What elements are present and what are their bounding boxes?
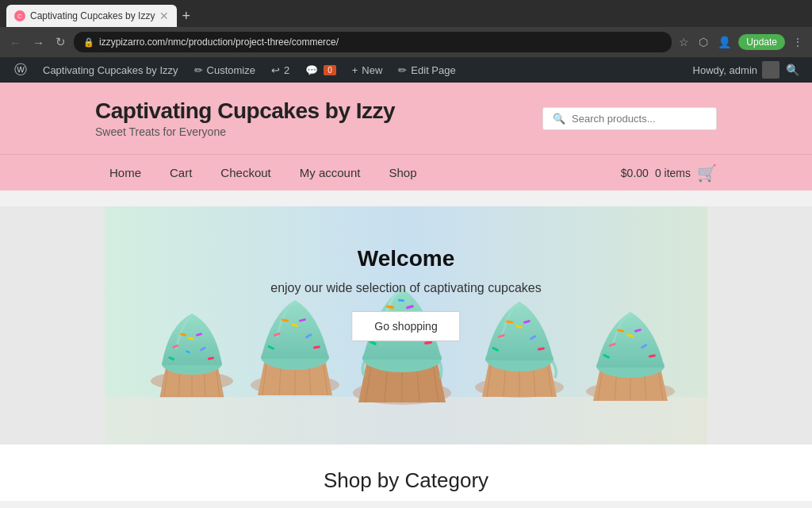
nav-inner: Home Cart Checkout My account Shop $0.00… [95, 155, 717, 190]
lock-icon: 🔒 [83, 37, 94, 48]
search-input[interactable] [572, 113, 707, 125]
cart-amount: $0.00 [621, 167, 649, 179]
nav-link-cart[interactable]: Cart [155, 155, 206, 190]
site-title[interactable]: Captivating Cupcakes by Izzy [95, 98, 395, 124]
tab-title: Captivating Cupcakes by Izzy [30, 10, 155, 21]
hero-subtitle: enjoy our wide selection of captivating … [270, 281, 542, 295]
address-input[interactable]: 🔒 izzypizarro.com/nmc/production/project… [74, 32, 672, 52]
wp-admin-right: Howdy, admin 🔍 [693, 61, 806, 79]
active-tab[interactable]: C Captivating Cupcakes by Izzy ✕ [6, 5, 177, 27]
tab-bar: C Captivating Cupcakes by Izzy ✕ + [0, 0, 812, 27]
site-tagline: Sweet Treats for Everyone [95, 125, 395, 138]
site-branding: Captivating Cupcakes by Izzy Sweet Treat… [95, 98, 395, 138]
go-shopping-button[interactable]: Go shopping [351, 311, 460, 341]
howdy-label: Howdy, admin [693, 64, 757, 76]
browser-actions: ☆ ⬡ 👤 Update ⋮ [676, 33, 806, 51]
wp-avatar [762, 61, 779, 79]
profile-button[interactable]: 👤 [715, 33, 733, 51]
update-button[interactable]: Update [738, 34, 785, 50]
customize-icon: ✏ [194, 64, 203, 76]
cart-icon[interactable]: 🛒 [697, 164, 717, 183]
nav-item-cart[interactable]: Cart [155, 155, 206, 190]
wp-edit-page-item[interactable]: ✏ Edit Page [390, 57, 463, 83]
new-tab-button[interactable]: + [182, 8, 190, 25]
nav-link-home[interactable]: Home [95, 155, 155, 190]
nav-item-myaccount[interactable]: My account [285, 155, 375, 190]
header-inner: Captivating Cupcakes by Izzy Sweet Treat… [95, 98, 717, 138]
nav-menu: Home Cart Checkout My account Shop [95, 155, 431, 190]
wp-site-name: Captivating Cupcakes by Izzy [43, 64, 178, 76]
edit-icon: ✏ [398, 64, 407, 76]
comments-count: 0 [324, 65, 336, 75]
cart-items-count: 0 items [655, 167, 691, 179]
nav-link-myaccount[interactable]: My account [285, 155, 375, 190]
site-nav: Home Cart Checkout My account Shop $0.00… [0, 154, 812, 190]
wp-comments-item[interactable]: 💬 0 [297, 57, 344, 83]
new-label: New [362, 64, 382, 76]
tab-close-button[interactable]: ✕ [159, 10, 169, 21]
forward-button[interactable]: → [29, 34, 48, 51]
customize-label: Customize [207, 64, 255, 76]
wp-site-name-item[interactable]: Captivating Cupcakes by Izzy [35, 57, 186, 83]
extensions-button[interactable]: ⬡ [696, 33, 710, 51]
reload-button[interactable]: ↻ [52, 33, 69, 51]
nav-item-shop[interactable]: Shop [374, 155, 431, 190]
cart-area[interactable]: $0.00 0 items 🛒 [621, 164, 717, 183]
wp-revisions-item[interactable]: ↩ 2 [263, 57, 297, 83]
menu-button[interactable]: ⋮ [790, 33, 806, 51]
revisions-icon: ↩ [271, 64, 280, 76]
wp-customize-item[interactable]: ✏ Customize [186, 57, 263, 83]
nav-item-home[interactable]: Home [95, 155, 155, 190]
bookmark-button[interactable]: ☆ [676, 33, 691, 51]
tab-favicon: C [14, 10, 25, 21]
wp-howdy[interactable]: Howdy, admin [693, 61, 779, 79]
site-header: Captivating Cupcakes by Izzy Sweet Treat… [0, 83, 812, 154]
nav-link-shop[interactable]: Shop [374, 155, 431, 190]
edit-page-label: Edit Page [411, 64, 455, 76]
hero-content: Welcome enjoy our wide selection of capt… [270, 246, 542, 341]
wp-search-icon[interactable]: 🔍 [779, 64, 806, 76]
nav-item-checkout[interactable]: Checkout [206, 155, 285, 190]
search-box[interactable]: 🔍 [542, 107, 717, 130]
nav-link-checkout[interactable]: Checkout [206, 155, 285, 190]
wp-new-item[interactable]: + New [344, 57, 391, 83]
wp-admin-bar: ⓦ Captivating Cupcakes by Izzy ✏ Customi… [0, 57, 812, 83]
search-icon: 🔍 [553, 113, 565, 125]
site-main: Welcome enjoy our wide selection of capt… [0, 206, 812, 501]
wordpress-icon: ⓦ [14, 62, 27, 79]
comments-icon: 💬 [305, 64, 318, 76]
new-icon: + [352, 64, 358, 76]
shop-section-title: Shop by Category [95, 468, 717, 493]
hero-title: Welcome [270, 246, 542, 271]
browser-chrome: C Captivating Cupcakes by Izzy ✕ + ← → ↻… [0, 0, 812, 57]
address-text: izzypizarro.com/nmc/production/project-t… [99, 37, 339, 48]
shop-section: Shop by Category [0, 444, 812, 501]
wp-logo-item[interactable]: ⓦ [6, 57, 35, 83]
hero-banner: Welcome enjoy our wide selection of capt… [95, 206, 717, 444]
revisions-count: 2 [284, 64, 289, 76]
back-button[interactable]: ← [6, 34, 25, 51]
address-bar-row: ← → ↻ 🔒 izzypizarro.com/nmc/production/p… [0, 27, 812, 57]
